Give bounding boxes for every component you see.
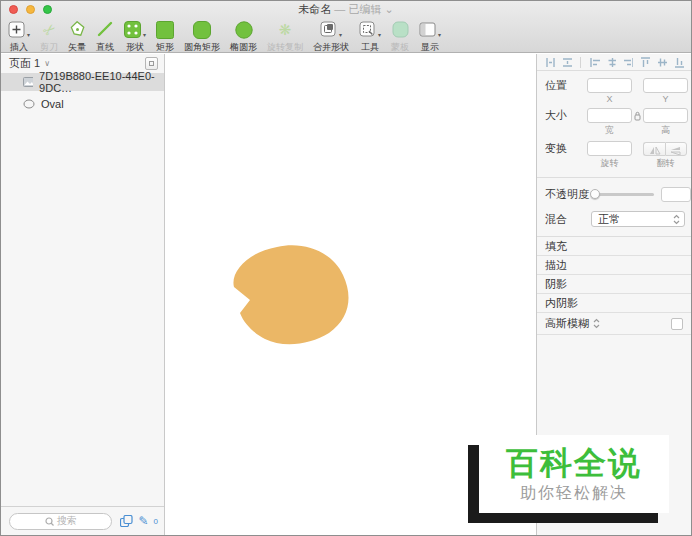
- merge-shapes-icon: [320, 21, 337, 38]
- rotate-copies-icon: ❋: [279, 22, 292, 37]
- edited-indicator[interactable]: — 已编辑 ⌄: [334, 3, 393, 15]
- watermark-title: 百科全说: [506, 445, 642, 481]
- stepper-chevrons-icon[interactable]: [593, 318, 600, 329]
- toolbar-item-insert[interactable]: ▾ 插入: [8, 19, 30, 54]
- align-right-icon[interactable]: [622, 56, 633, 69]
- distribute-horizontal-icon[interactable]: [544, 56, 555, 69]
- dropdown-caret-icon: ▾: [339, 31, 342, 40]
- search-placeholder: 搜索: [57, 514, 77, 528]
- toolbar-item-tools[interactable]: ▾ 工具: [359, 19, 381, 54]
- stepper-chevrons-icon: [673, 214, 680, 225]
- watermark-overlay: 百科全说 助你轻松解决: [479, 435, 669, 513]
- line-icon: [97, 21, 113, 38]
- lock-ratio-icon[interactable]: [633, 111, 642, 121]
- pages-icon[interactable]: [120, 515, 133, 527]
- flip-vertical-button[interactable]: [665, 142, 687, 156]
- rotate-sub-label: 旋转: [587, 157, 632, 170]
- rounded-rectangle-icon: [193, 21, 211, 39]
- blending-label: 混合: [545, 212, 591, 227]
- oval-icon: [235, 21, 253, 39]
- borders-section[interactable]: 描边: [537, 256, 691, 275]
- align-bottom-icon[interactable]: [673, 56, 684, 69]
- tools-icon: [359, 21, 376, 38]
- x-axis-label: X: [587, 94, 632, 104]
- toolbar-item-vector[interactable]: 矢量: [68, 19, 86, 54]
- toolbar-item-mask: 蒙板: [391, 19, 409, 54]
- position-y-field[interactable]: [643, 78, 688, 93]
- search-icon: [45, 517, 54, 526]
- watermark-subtitle: 助你轻松解决: [520, 483, 628, 504]
- page-label: 页面 1: [9, 56, 40, 71]
- canvas-shape[interactable]: [229, 244, 351, 348]
- dropdown-caret-icon: ▾: [438, 31, 441, 40]
- align-top-icon[interactable]: [639, 56, 650, 69]
- align-middle-vertical-icon[interactable]: [656, 56, 667, 69]
- inner-shadows-section[interactable]: 内阴影: [537, 294, 691, 313]
- position-label: 位置: [545, 78, 587, 93]
- opacity-slider[interactable]: [591, 193, 654, 196]
- blending-value: 正常: [598, 212, 673, 227]
- pencil-count: 0: [154, 517, 158, 526]
- layers-sidebar: 页面 1 ∨ 7D19B880-EE10-44E0-9DC… Oval 搜索 ✎: [1, 54, 165, 535]
- zoom-button[interactable]: [43, 5, 52, 14]
- height-field[interactable]: [643, 108, 688, 123]
- layer-name: 7D19B880-EE10-44E0-9DC…: [39, 70, 164, 94]
- opacity-label: 不透明度: [545, 187, 591, 202]
- title-bar: 未命名 — 已编辑 ⌄: [1, 1, 691, 18]
- position-x-field[interactable]: [587, 78, 632, 93]
- toolbar-item-rectangle[interactable]: 矩形: [156, 19, 174, 54]
- toolbar-item-oval[interactable]: 椭圆形: [230, 19, 257, 54]
- flip-horizontal-button[interactable]: [643, 142, 665, 156]
- shadows-section[interactable]: 阴影: [537, 275, 691, 294]
- add-page-icon: [149, 61, 154, 66]
- size-label: 大小: [545, 108, 587, 123]
- alignment-toolbar: [537, 54, 691, 71]
- close-button[interactable]: [9, 5, 18, 14]
- toolbar-item-line[interactable]: 直线: [96, 19, 114, 54]
- toolbar-item-scissors: ✂ 剪刀: [40, 19, 58, 54]
- add-page-button[interactable]: [145, 57, 158, 70]
- blending-dropdown[interactable]: 正常: [591, 211, 685, 227]
- gaussian-blur-checkbox[interactable]: [671, 318, 683, 330]
- toolbar-item-rounded-rectangle[interactable]: 圆角矩形: [184, 19, 220, 54]
- rectangle-icon: [156, 21, 174, 39]
- window-chrome: 未命名 — 已编辑 ⌄ ▾ 插入 ✂ 剪刀 矢量 直线 ▾: [1, 1, 691, 53]
- opacity-slider-thumb[interactable]: [590, 189, 600, 199]
- layer-row-oval[interactable]: Oval: [1, 95, 164, 113]
- rotate-field[interactable]: [587, 141, 632, 156]
- toolbar-item-show[interactable]: ▾ 显示: [419, 19, 441, 54]
- height-axis-label: 高: [643, 124, 688, 137]
- toolbar-item-merge-shapes[interactable]: ▾ 合并形状: [313, 19, 349, 54]
- fills-section[interactable]: 填充: [537, 237, 691, 256]
- plus-icon: [8, 21, 25, 38]
- oval-layer-icon: [23, 99, 35, 109]
- width-axis-label: 宽: [587, 124, 632, 137]
- transform-label: 变换: [545, 141, 587, 156]
- toolbar-item-shape[interactable]: ▾ 形状: [124, 19, 146, 54]
- pencil-icon[interactable]: ✎: [138, 514, 148, 528]
- scissors-icon: ✂: [39, 20, 58, 40]
- flip-sub-label: 翻转: [643, 157, 688, 170]
- window-view-icon: [419, 21, 436, 38]
- layer-row-image[interactable]: 7D19B880-EE10-44E0-9DC…: [1, 73, 164, 91]
- toolbar: ▾ 插入 ✂ 剪刀 矢量 直线 ▾ 形状 矩形: [1, 18, 691, 54]
- width-field[interactable]: [587, 108, 632, 123]
- window-title: 未命名 — 已编辑 ⌄: [1, 1, 691, 18]
- distribute-vertical-icon[interactable]: [561, 56, 572, 69]
- shapes-dice-icon: [124, 21, 141, 38]
- opacity-field[interactable]: [661, 187, 691, 202]
- layer-name: Oval: [41, 98, 64, 110]
- sidebar-footer: 搜索 ✎ 0: [1, 506, 164, 535]
- flip-control: [643, 142, 687, 156]
- gaussian-blur-section[interactable]: 高斯模糊: [537, 313, 691, 335]
- search-input[interactable]: 搜索: [9, 513, 112, 530]
- minimize-button[interactable]: [26, 5, 35, 14]
- page-caret-icon: ∨: [44, 59, 145, 68]
- dropdown-caret-icon: ▾: [27, 31, 30, 40]
- layer-list: 7D19B880-EE10-44E0-9DC… Oval: [1, 73, 164, 113]
- align-center-horizontal-icon[interactable]: [606, 56, 617, 69]
- y-axis-label: Y: [643, 94, 688, 104]
- align-left-icon[interactable]: [589, 56, 600, 69]
- image-layer-icon: [23, 77, 33, 87]
- dropdown-caret-icon: ▾: [378, 31, 381, 40]
